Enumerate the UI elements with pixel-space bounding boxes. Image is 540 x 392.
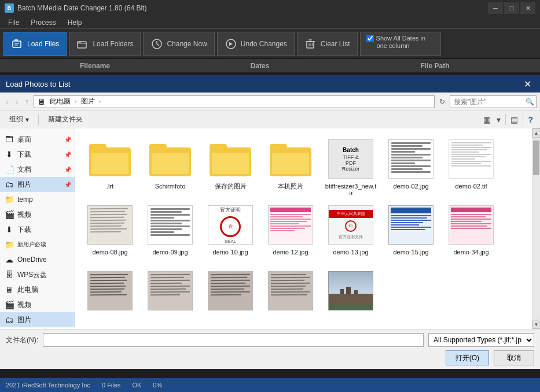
sidebar-item-downloads[interactable]: ⬇ 下载 📌 — [0, 147, 75, 162]
organize-button[interactable]: 组织 ▾ — [5, 113, 34, 125]
new-folder-label: 新建文件夹 — [48, 114, 83, 124]
col-header-filepath: File Path — [332, 62, 538, 70]
new-folder-button[interactable]: 新建文件夹 — [43, 113, 87, 125]
file-thumb-demo15 — [388, 204, 434, 246]
address-path[interactable]: 🖥 此电脑 › 图片 › — [34, 95, 435, 108]
help-button[interactable]: ? — [526, 114, 535, 125]
list-item[interactable]: 保存的图片 — [201, 134, 259, 198]
list-item[interactable]: Batch TIFF & PDF Resizer btiffresizer3_n… — [322, 134, 380, 198]
view-icon-btn-3[interactable]: ▤ — [508, 114, 520, 125]
list-item[interactable]: demo-34.jpg — [442, 200, 500, 264]
list-item[interactable] — [81, 266, 139, 329]
show-all-dates-button[interactable]: Show All Dates in one column — [360, 32, 441, 56]
sidebar-label-temp: temp — [17, 195, 33, 204]
filetype-select[interactable]: All Supported Types (*.jif;*.jp — [428, 333, 534, 347]
change-now-button[interactable]: Change Now — [143, 32, 214, 56]
list-item[interactable]: 官方证明 官 SEAL demo-10.jpg — [201, 200, 259, 264]
list-item[interactable] — [201, 266, 259, 329]
newuser-icon: 📁 — [5, 240, 14, 249]
filename-input[interactable] — [43, 333, 424, 347]
undo-changes-button[interactable]: Undo Changes — [217, 32, 295, 56]
sidebar-item-video[interactable]: 🎬 视频 — [0, 207, 75, 222]
list-item[interactable]: demo-15.jpg — [382, 200, 440, 264]
list-item[interactable]: demo-02.tif — [442, 134, 500, 198]
list-item[interactable]: demo-09.jpg — [141, 200, 199, 264]
list-item[interactable] — [262, 266, 319, 329]
pin-pictures: 📌 — [64, 182, 71, 188]
refresh-button[interactable]: ↻ — [437, 97, 447, 107]
scrollbar-thumb[interactable] — [533, 140, 539, 175]
file-thumb-demo10: 官方证明 官 SEAL — [207, 204, 254, 246]
search-button[interactable]: 🔍 — [526, 98, 534, 106]
status-copyright: 2021 iRedSoft Technology Inc — [6, 382, 90, 389]
file-thumb-demo02 — [388, 138, 434, 180]
list-item[interactable]: demo-08.jpg — [81, 200, 139, 264]
sidebar-item-thispc[interactable]: 🖥 此电脑 — [0, 282, 75, 297]
path-part-pictures[interactable]: 图片 — [79, 96, 97, 107]
file-thumb-demo12 — [267, 204, 314, 246]
change-now-label: Change Now — [167, 40, 207, 48]
organize-label: 组织 — [9, 114, 23, 124]
sidebar-label-pictures: 图片 — [17, 180, 31, 190]
sidebar-item-pictures[interactable]: 🗂 图片 📌 — [0, 177, 75, 192]
sidebar-item-downloads2[interactable]: ⬇ 下载 — [0, 222, 75, 237]
file-thumb-schirmfoto — [147, 138, 193, 180]
file-name-lrt: .lrt — [106, 182, 113, 190]
scroll-down-button[interactable]: ▼ — [532, 320, 541, 329]
sidebar-label-newuser: 新用户必读 — [17, 241, 46, 249]
close-button[interactable]: ✕ — [520, 2, 535, 14]
list-item[interactable]: .lrt — [81, 134, 139, 198]
dialog-close-button[interactable]: ✕ — [520, 77, 534, 91]
back-button[interactable]: ‹ — [3, 96, 11, 108]
action-row: 打开(O) 取消 — [6, 350, 534, 365]
view-icon-btn-2[interactable]: ▾ — [494, 114, 503, 125]
sidebar-label-docs: 文档 — [17, 165, 31, 175]
menu-file[interactable]: File — [2, 17, 25, 28]
sidebar-item-video2[interactable]: 🎬 视频 — [0, 297, 75, 312]
sidebar-item-lrt[interactable]: 📁 .lrt — [0, 327, 75, 329]
path-part-computer[interactable]: 此电脑 — [48, 96, 72, 107]
show-dates-checkbox[interactable] — [366, 35, 374, 42]
dialog-title: Load Photos to List — [6, 80, 70, 88]
up-button[interactable]: ↑ — [23, 96, 31, 108]
sidebar-item-pictures2[interactable]: 🗂 图片 — [0, 312, 75, 327]
file-name-saved: 保存的图片 — [215, 182, 247, 190]
cancel-button[interactable]: 取消 — [494, 350, 534, 365]
list-item[interactable]: demo-02.jpg — [382, 134, 440, 198]
load-folders-button[interactable]: Load Folders — [69, 32, 141, 56]
sidebar-label-downloads2: 下载 — [17, 225, 31, 235]
clear-button[interactable]: Clear List — [297, 32, 358, 56]
list-item[interactable]: Schirmfoto — [141, 134, 199, 198]
open-button[interactable]: 打开(O) — [446, 350, 489, 365]
load-files-button[interactable]: Load Files — [3, 32, 67, 56]
forward-button[interactable]: › — [13, 96, 21, 108]
maximize-button[interactable]: □ — [504, 2, 519, 14]
menu-help[interactable]: Help — [62, 17, 88, 28]
sidebar-item-onedrive[interactable]: ☁ OneDrive — [0, 252, 75, 267]
file-thumb-demo09 — [147, 204, 193, 246]
view-icon-btn-1[interactable]: ▦ — [481, 114, 493, 125]
column-headers: Filename Dates File Path — [0, 59, 540, 73]
show-dates-check-row: Show All Dates in — [366, 35, 426, 42]
scroll-up-button[interactable]: ▲ — [532, 128, 541, 138]
list-item[interactable]: demo-12.jpg — [262, 200, 319, 264]
sidebar-item-docs[interactable]: 📄 文档 📌 — [0, 162, 75, 177]
sidebar-item-desktop[interactable]: 🗔 桌面 📌 — [0, 132, 75, 147]
list-item[interactable]: 本机照片 — [262, 134, 319, 198]
load-folders-label: Load Folders — [93, 40, 133, 48]
list-item[interactable] — [322, 266, 380, 329]
sidebar-item-wps[interactable]: 🗄 WPS云盘 — [0, 267, 75, 282]
file-thumb-demo02tif — [448, 138, 494, 180]
list-item[interactable]: 中华人民共和国 印 官方证明文件 demo-13.jpg — [322, 200, 380, 264]
downloads2-icon: ⬇ — [5, 225, 14, 234]
file-name-demo08: demo-08.jpg — [92, 248, 127, 256]
sidebar-item-temp[interactable]: 📁 temp — [0, 192, 75, 207]
minimize-button[interactable]: ─ — [488, 2, 503, 14]
filename-label: 文件名(N): — [6, 335, 38, 345]
sidebar-item-newuser[interactable]: 📁 新用户必读 — [0, 237, 75, 252]
status-bar: 2021 iRedSoft Technology Inc 0 Files OK … — [0, 378, 540, 392]
menu-process[interactable]: Process — [25, 17, 61, 28]
desktop-icon: 🗔 — [5, 135, 14, 144]
search-input[interactable] — [450, 95, 537, 108]
list-item[interactable] — [141, 266, 199, 329]
